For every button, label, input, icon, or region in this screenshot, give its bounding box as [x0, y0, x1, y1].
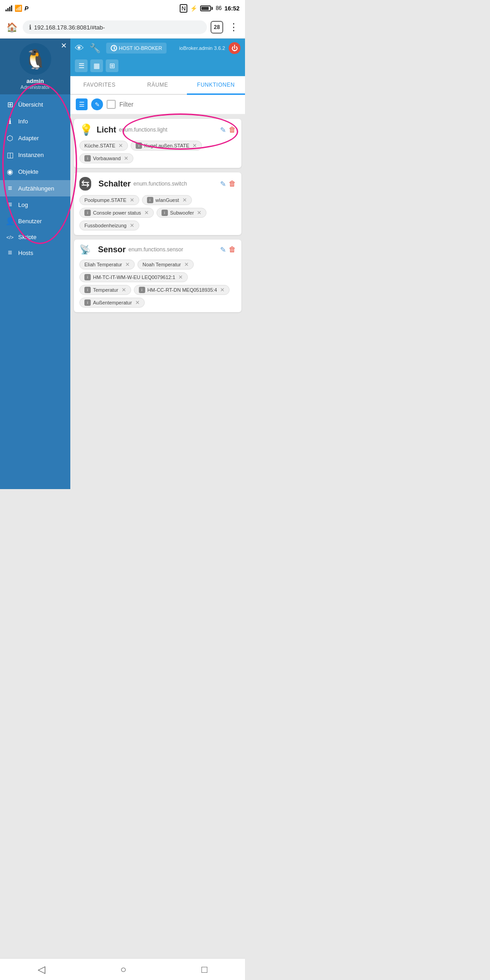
tab-raume-label: RÄUME [147, 82, 168, 88]
browser-bar: 🏠 ℹ 192.168.178.36:8081/#tab- 28 ⋮ [0, 16, 245, 39]
tag-temperatur-label: Temperatur [93, 287, 118, 293]
power-button[interactable]: ⏻ [229, 42, 240, 54]
schalter-enum-id: enum.functions.switch [133, 181, 220, 187]
sidebar-item-instanzen[interactable]: ◫ Instanzen [0, 147, 70, 163]
tag-vorbauwand: i Vorbauwand ✕ [79, 153, 133, 163]
sidebar-item-skripte[interactable]: </> Skripte [0, 230, 70, 245]
sidebar-item-ubersicht[interactable]: ⊞ Übersicht [0, 96, 70, 113]
tag-temperatur-remove[interactable]: ✕ [122, 287, 126, 293]
sidebar-item-adapter-label: Adapter [18, 135, 39, 142]
tag-noah-temp: Noah Temperatur ✕ [137, 260, 194, 270]
tag-hm-cc-label: HM-CC-RT-DN MEQ0518935:4 [147, 287, 217, 293]
enum-card-schalter-header: ⇆ Schalter enum.functions.switch ✎ 🗑 [79, 177, 236, 191]
sidebar-item-hosts[interactable]: ≡ Hosts [0, 245, 70, 261]
tag-hm-cc-remove[interactable]: ✕ [220, 287, 225, 293]
tag-poolpumpe-label: Poolpumpe.STATE [84, 197, 127, 203]
licht-icon: 💡 [79, 123, 93, 136]
schalter-tags: Poolpumpe.STATE ✕ i wlanGuest ✕ i Consol… [79, 195, 236, 230]
sidebar-item-hosts-label: Hosts [18, 250, 33, 256]
nfc-icon: N [180, 4, 187, 13]
tag-hm-tc-remove[interactable]: ✕ [178, 274, 183, 280]
tab-raume[interactable]: RÄUME [128, 76, 186, 95]
tag-aussen-icon: i [84, 299, 91, 306]
tag-subwoofer-icon: i [162, 210, 168, 216]
grid-view-button[interactable]: ⊞ [106, 59, 118, 72]
aufzahlungen-icon: ≡ [5, 184, 15, 192]
sidebar-item-info[interactable]: ℹ Info [0, 113, 70, 130]
sidebar-item-adapter[interactable]: ⬡ Adapter [0, 130, 70, 147]
main-content: 👁 🔧 ℹ HOST IO-BROKER ioBroker.admin 3.6.… [70, 39, 245, 489]
tag-noah-temp-remove[interactable]: ✕ [184, 261, 189, 268]
tag-console-remove[interactable]: ✕ [144, 210, 149, 216]
tab-funktionen[interactable]: FUNKTIONEN [187, 76, 245, 95]
avatar: 🐧 [20, 43, 51, 75]
tag-kugel-aussen-remove[interactable]: ✕ [192, 142, 197, 149]
tag-eliah-temp: Eliah Temperatur ✕ [79, 260, 135, 270]
licht-actions: ✎ 🗑 [220, 126, 236, 134]
home-button[interactable]: 🏠 [5, 20, 19, 34]
filter-list-button[interactable]: ☰ [76, 98, 88, 110]
tab-count[interactable]: 28 [211, 21, 223, 34]
wifi-icon: 📶 [15, 5, 22, 12]
filter-checkbox[interactable] [107, 100, 116, 109]
url-info-icon: ℹ [29, 24, 31, 31]
tab-favorites[interactable]: FAVORITES [70, 76, 128, 95]
tag-hm-tc-it: i HM-TC-IT-WM-W-EU LEQ0079612:1 ✕ [79, 272, 188, 282]
list-view-button[interactable]: ☰ [75, 59, 88, 72]
schalter-edit-button[interactable]: ✎ [220, 180, 226, 188]
tag-aussentemperatur-remove[interactable]: ✕ [135, 299, 140, 306]
licht-title: Licht [97, 125, 116, 135]
adapter-icon: ⬡ [5, 134, 15, 142]
filter-edit-button[interactable]: ✎ [91, 98, 103, 110]
schalter-delete-button[interactable]: 🗑 [229, 180, 236, 188]
tag-subwoofer: i Subwoofer ✕ [157, 208, 207, 218]
tag-noah-temp-label: Noah Temperatur [142, 262, 181, 267]
tag-temperatur: i Temperatur ✕ [79, 285, 131, 295]
card-view-button[interactable]: ▦ [90, 59, 103, 72]
tag-subwoofer-remove[interactable]: ✕ [197, 210, 201, 216]
empty-space [70, 317, 245, 489]
tag-wlanguest-remove[interactable]: ✕ [182, 197, 187, 203]
instanzen-icon: ◫ [5, 151, 15, 159]
wrench-icon[interactable]: 🔧 [89, 43, 101, 54]
sidebar-item-objekte[interactable]: ◉ Objekte [0, 163, 70, 180]
tag-fussbodenheizung: Fussbodenheizung ✕ [79, 220, 139, 230]
eye-icon[interactable]: 👁 [75, 43, 84, 54]
sidebar-item-benutzer[interactable]: 👤 Benutzer [0, 213, 70, 230]
sensor-edit-button[interactable]: ✎ [220, 245, 226, 254]
sidebar-item-aufzahlungen[interactable]: ≡ Aufzählungen [0, 180, 70, 196]
enum-card-licht-header: 💡 Licht enum.functions.light ✎ 🗑 [79, 123, 236, 136]
host-button-label: HOST IO-BROKER [119, 45, 162, 51]
sensor-delete-button[interactable]: 🗑 [229, 245, 236, 254]
filter-bar: ☰ ✎ [70, 95, 245, 114]
log-icon: ≡ [5, 201, 15, 209]
grid-icon: ⊞ [5, 100, 15, 109]
tag-fussbodenheizung-remove[interactable]: ✕ [130, 222, 134, 229]
tag-hm-tc-label: HM-TC-IT-WM-W-EU LEQ0079612:1 [93, 274, 175, 280]
tab-favorites-label: FAVORITES [83, 82, 116, 88]
licht-delete-button[interactable]: 🗑 [229, 126, 236, 134]
tab-funktionen-label: FUNKTIONEN [197, 82, 235, 88]
tag-kuche-state: Küche.STATE ✕ [79, 141, 128, 151]
benutzer-icon: 👤 [5, 217, 15, 225]
tag-vorbauwand-remove[interactable]: ✕ [124, 155, 128, 162]
tabs-bar: FAVORITES RÄUME FUNKTIONEN [70, 76, 245, 95]
url-bar[interactable]: ℹ 192.168.178.36:8081/#tab- [23, 20, 207, 34]
tag-poolpumpe-state: Poolpumpe.STATE ✕ [79, 195, 139, 205]
licht-edit-button[interactable]: ✎ [220, 126, 226, 134]
filter-input[interactable] [119, 101, 240, 108]
sensor-enum-id: enum.functions.sensor [128, 246, 220, 253]
more-options-button[interactable]: ⋮ [227, 21, 240, 33]
tag-temp-icon: i [84, 287, 91, 293]
top-right-info: ioBroker.admin 3.6.2 ⏻ [179, 42, 240, 54]
tag-eliah-temp-remove[interactable]: ✕ [125, 261, 130, 268]
tag-kuche-state-remove[interactable]: ✕ [118, 142, 123, 149]
sidebar-item-instanzen-label: Instanzen [18, 152, 44, 158]
tag-poolpumpe-remove[interactable]: ✕ [130, 197, 134, 203]
host-button[interactable]: ℹ HOST IO-BROKER [106, 43, 167, 54]
sidebar-close-button[interactable]: ✕ [61, 41, 67, 50]
tag-fussbodenheizung-label: Fussbodenheizung [84, 223, 127, 228]
sensor-icon: 📡 [79, 244, 91, 255]
sidebar-item-log[interactable]: ≡ Log [0, 196, 70, 213]
hosts-icon: ≡ [5, 249, 15, 257]
